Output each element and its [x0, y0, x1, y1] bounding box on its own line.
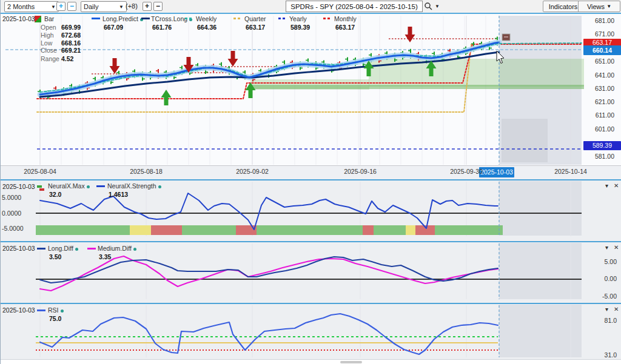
interval-select[interactable]: Daily▼	[81, 1, 127, 12]
chevron-down-icon: ▼	[119, 4, 124, 10]
chevron-down-icon: ▼	[606, 4, 611, 9]
search-icon[interactable]	[424, 2, 432, 12]
range-increase-button[interactable]: +	[56, 2, 65, 11]
toolbar: 2 Months▼ + − Daily▼ (+8) + − SPDRs - SP…	[1, 0, 621, 14]
panel4-close-button[interactable]: ✕	[614, 306, 619, 313]
bar-offset-label: (+8)	[126, 2, 138, 10]
chevron-down-icon: ▼	[51, 4, 56, 10]
panel2-menu-button[interactable]: ▾	[605, 183, 608, 189]
panel4-menu-button[interactable]: ▾	[605, 306, 608, 313]
offset-decrease-button[interactable]: −	[153, 2, 163, 11]
symbol-title[interactable]: SPDRs - SPY (2025-08-04 - 2025-10-15)	[286, 1, 423, 12]
range-decrease-button[interactable]: −	[67, 2, 76, 11]
panel3-menu-button[interactable]: ▾	[605, 245, 608, 251]
range-select[interactable]: 2 Months▼	[4, 1, 59, 12]
panel2-close-button[interactable]: ✕	[614, 183, 619, 189]
panel3-close-button[interactable]: ✕	[614, 245, 619, 251]
offset-increase-button[interactable]: +	[143, 2, 152, 11]
trading-app-window: 2025-10-03 Bar Open 669.99 High 672.68 L…	[0, 0, 621, 364]
chart-canvas[interactable]	[1, 0, 621, 364]
symbol-dropdown-caret[interactable]: ▼	[435, 4, 440, 9]
views-button[interactable]: Views ▼	[578, 1, 620, 12]
